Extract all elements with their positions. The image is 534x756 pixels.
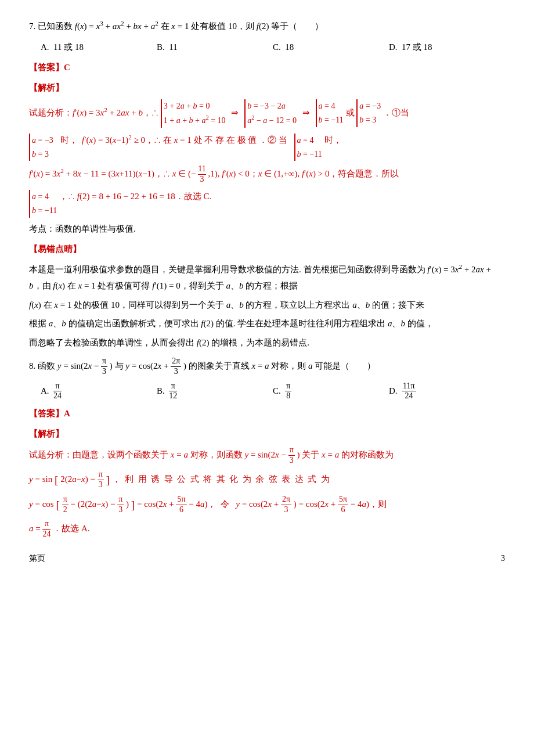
q7-yicuo-text: 本题是一道利用极值求参数的题目，关键是掌握利用导数求极值的方法. 首先根据已知函… [29,261,505,294]
q8-title: 8. 函数 y = sin(2x − π 3 ) 与 y = cos(2x + … [29,357,505,377]
q7-option-d: D. 17 或 18 [389,39,505,55]
q8-analysis-step1: y = sin [ 2(2a−x) − π 3 ] ， 利 用 诱 导 公 式 … [29,469,505,491]
question-8: 8. 函数 y = sin(2x − π 3 ) 与 y = cos(2x + … [29,357,505,539]
q7-kaodian: 考点：函数的单调性与极值. [29,221,505,237]
q7-analysis-body: 试题分析：f′(x) = 3x2 + 2ax + b，∴ 3 + 2a + b … [29,99,505,128]
q8-number: 8. [29,361,35,370]
q7-options: A. 11 或 18 B. 11 C. 18 D. 17 或 18 [41,39,505,55]
q8-analysis-conclusion: a = π 24 ．故选 A. [29,519,505,539]
q7-analysis-case2: f′(x) = 3x2 + 8x − 11 = (3x+11)(x−1)，∴ x… [29,164,505,185]
q8-option-d: D. 11π 24 [389,381,505,402]
q8-analysis-label: 【解析】 [29,426,505,442]
q7-analysis-label: 【解析】 [29,80,505,96]
q8-options: A. π 24 B. π 12 C. π 8 D. 11π 24 [41,381,505,402]
question-7: 7. 已知函数 f(x) = x3 + ax2 + bx + a2 在 x = … [29,17,505,351]
q7-option-a: A. 11 或 18 [41,39,157,55]
q8-option-c: C. π 8 [273,381,389,402]
footer-left: 第页 [29,551,45,566]
q7-analysis-case1: a = −3 b = 3 时， f′(x) = 3(x−1)2 ≥ 0，∴ 在 … [29,131,505,161]
q7-title: 7. 已知函数 f(x) = x3 + ax2 + bx + a2 在 x = … [29,17,505,35]
q7-yicuo-text2: f(x) 在 x = 1 处的极值 10，同样可以得到另一个关于 a、b 的方程… [29,297,505,314]
q7-yicuo-text4: 而忽略了去检验函数的单调性，从而会得出 f(2) 的增根，为本题的易错点. [29,334,505,351]
q7-yicuo-label: 【易错点晴】 [29,242,505,257]
q7-yicuo-text3: 根据 a、b 的值确定出函数解析式，便可求出 f(2) 的值. 学生在处理本题时… [29,315,505,332]
q7-option-c: C. 18 [273,39,389,55]
q8-analysis-intro: 试题分析：由题意，设两个函数关于 x = a 对称，则函数 y = sin(2x… [29,445,505,466]
q7-answer: 【答案】C [29,60,505,75]
footer-right: 3 [501,551,505,566]
q7-option-b: B. 11 [157,39,273,55]
q7-analysis-conclusion: a = 4 b = −11 ，∴ f(2) = 8 + 16 − 22 + 16… [29,188,505,218]
page-footer: 第页 3 [29,551,505,566]
q8-analysis-step2: y = cos [ π 2 − (2(2a−x) − π 3 ) ] = cos… [29,494,505,516]
q8-option-b: B. π 12 [157,381,273,402]
q7-number: 7. [29,21,35,31]
q8-answer: 【答案】A [29,406,505,422]
q8-option-a: A. π 24 [41,381,157,402]
